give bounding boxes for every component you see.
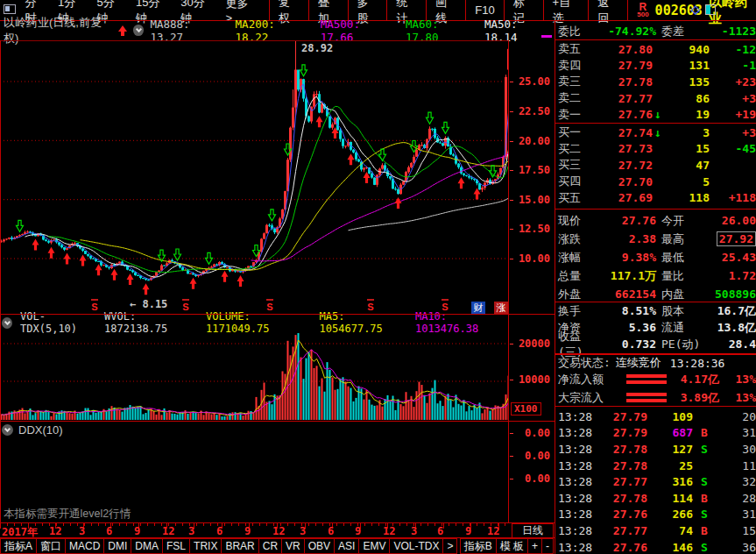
volume-bars-group [1, 333, 510, 420]
date-axis-label: 12 [49, 525, 61, 537]
tick-row[interactable]: 13:2827.782511 [555, 458, 756, 474]
indicator-tab[interactable]: FSL [162, 538, 190, 554]
tick-volume: 127 [647, 443, 693, 456]
volume-pane[interactable] [0, 331, 509, 421]
tick-row[interactable]: 13:2827.7910920 [555, 408, 756, 425]
quote-queue-row[interactable]: 买一27.74↓3+3 [555, 124, 756, 141]
period-selector[interactable]: 日线 [512, 523, 554, 538]
tick-row[interactable]: 13:2827.77316S32 [555, 473, 756, 490]
tick-count: 28 [716, 492, 756, 505]
ma-line-ma60 [49, 106, 509, 272]
indicator-tab[interactable]: - [541, 538, 554, 554]
queue-change: +118 [710, 191, 756, 204]
date-axis-label: 12 [272, 525, 285, 537]
indicator-tab[interactable]: OBV [304, 538, 335, 554]
axis-tick [510, 200, 513, 201]
tick-row[interactable]: 13:2827.76266S31 [555, 507, 756, 523]
sell-arrow-icon [427, 112, 434, 124]
window-layout-icon[interactable] [4, 4, 16, 14]
info-row: 涨跌2.38最高27.92 [555, 230, 756, 248]
queue-volume: 19 [666, 108, 710, 121]
tick-price: 27.78 [597, 459, 647, 472]
indicator-tab[interactable]: BRAR [221, 538, 258, 554]
collapse-ddx-icon[interactable] [2, 424, 13, 436]
axis-tick [510, 456, 513, 457]
server-time: 13:28:36 [670, 357, 725, 370]
queue-change: +3 [710, 92, 756, 105]
quote-queue-row[interactable]: 卖四27.79131-1 [555, 58, 756, 75]
divider [555, 209, 756, 210]
tick-side: B [693, 524, 716, 537]
queue-label: 买二 [558, 141, 597, 157]
axis-tick [510, 344, 513, 344]
quote-queue-row[interactable]: 卖三27.78135+23 [555, 74, 756, 90]
queue-price: 27.77 [597, 92, 653, 105]
date-axis-label: 3 [79, 525, 85, 537]
indicator-tab[interactable]: 指标A [0, 538, 37, 554]
quote-queue-row[interactable]: 买四27.705 [555, 174, 756, 190]
sell-arrow-icon [269, 210, 276, 221]
axis-tick [510, 433, 513, 434]
date-axis[interactable]: 2017年1236912369123691236912 [0, 523, 512, 537]
indicator-tab[interactable]: ASI [334, 538, 359, 554]
queue-volume: 3 [666, 126, 710, 139]
indicator-tab[interactable]: CR [258, 538, 282, 554]
price-axis-label: 17.50 [510, 164, 550, 176]
quote-queue-row[interactable]: 卖五27.80940-12 [555, 41, 756, 58]
indicator-tab[interactable]: VOL-TDX [389, 538, 443, 554]
axis-column: X100 25.0022.5020.0017.5015.0012.5010.00… [510, 0, 554, 554]
volume-axis-label: 20000 [510, 337, 550, 350]
axis-tick [510, 380, 513, 380]
tick-volume: 687 [647, 426, 693, 439]
price-direction-icon: ↓ [653, 126, 666, 139]
indicator-tab[interactable]: 指标B [460, 538, 497, 554]
indicator-tab[interactable]: VR [281, 538, 305, 554]
indicator-tab[interactable]: > [442, 538, 457, 554]
indicator-tab[interactable]: DMA [131, 538, 163, 554]
tick-row[interactable]: 13:2827.79687B31 [555, 425, 756, 442]
info-value: 9.38% [600, 251, 656, 264]
stat-value: 0.732 [600, 337, 656, 351]
tick-row[interactable]: 13:2827.7774B15 [555, 522, 756, 539]
divider [0, 421, 555, 422]
tick-by-tick-list[interactable]: 13:2827.791092013:2827.79687B3113:2827.7… [555, 408, 756, 554]
collapse-main-icon[interactable] [133, 25, 144, 36]
queue-volume: 940 [666, 43, 710, 56]
axis-tick [510, 479, 513, 479]
quote-queue-row[interactable]: 买五27.69118+118 [555, 189, 756, 206]
indicator-tab[interactable]: 模 板 [496, 538, 528, 554]
collapse-vol-icon[interactable] [2, 317, 12, 329]
ma-line-ma200 [81, 143, 509, 271]
queue-label: 卖五 [558, 41, 597, 57]
quote-queue-row[interactable]: 买二27.7315-45 [555, 141, 756, 158]
axis-tick [510, 170, 513, 171]
tick-row[interactable]: 13:2827.78127S30 [555, 441, 756, 458]
trade-status-label: 交易状态: [558, 355, 611, 371]
indicator-tab[interactable]: MACD [65, 538, 104, 554]
ma-legend-item: MA888: 13.27 [150, 18, 225, 44]
indicator-tab[interactable]: EMV [358, 538, 390, 554]
tick-row[interactable]: 13:2827.76146S36 [555, 539, 756, 554]
divider [0, 522, 555, 523]
tick-row[interactable]: 13:2827.78114B28 [555, 490, 756, 507]
quote-queue-row[interactable]: 卖二27.7786+3 [555, 90, 756, 107]
indicator-tab[interactable]: DMI [103, 538, 131, 554]
quote-queue-row[interactable]: 卖一27.76↓19+19 [555, 106, 756, 123]
indicator-tab[interactable]: + [527, 538, 542, 554]
quote-queue-row[interactable]: 买三27.7247 [555, 157, 756, 174]
weibi-label: 委比 [558, 24, 600, 39]
divider [0, 537, 555, 538]
indicator-tab[interactable]: TRIX [189, 538, 222, 554]
volume-axis-label: 10000 [510, 373, 550, 386]
money-flow: 净流入额4.17亿13%大宗流入3.89亿13% [555, 370, 756, 407]
info-label: 最高 [661, 231, 705, 247]
indicator-tab[interactable]: 窗口 [36, 538, 66, 554]
fundamental-stats: 换手8.51%股本16.7亿净资5.36流通13.8亿收益(三)0.732PE(… [555, 302, 756, 352]
queue-label: 卖一 [558, 107, 597, 123]
date-axis-label: 6 [216, 525, 223, 537]
buy-arrow-icon [32, 239, 39, 251]
chart-header: 以岭药业(日线,前复权) MA888: 13.27MA200: 18.22MA5… [0, 21, 554, 39]
stat-label: PE(动) [661, 337, 705, 352]
main-candlestick-pane[interactable]: 28.92 ← 8.15 SSSSS [0, 40, 509, 314]
indicator-tab-bar: 指标A窗口MACDDMIDMAFSLTRIXBRARCRVROBVASIEMVV… [0, 538, 554, 554]
